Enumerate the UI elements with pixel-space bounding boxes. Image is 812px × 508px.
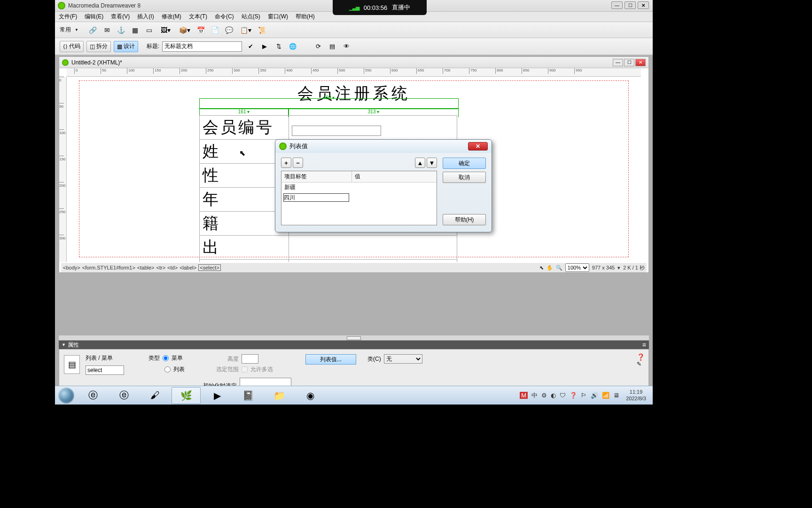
comment-icon[interactable]: 💬 xyxy=(223,24,235,36)
image-icon[interactable]: 🖼▾ xyxy=(157,24,174,36)
refresh-icon[interactable]: ⟳ xyxy=(312,41,324,52)
document-tab-bar: Untitled-2 (XHTML)* — ☐ ✕ xyxy=(59,57,648,68)
taskbar-explorer-icon[interactable]: 📁 xyxy=(265,387,294,404)
element-name-input[interactable] xyxy=(86,365,124,375)
tag-table[interactable]: <table> xyxy=(137,265,155,270)
ok-button[interactable]: 确定 xyxy=(443,158,486,169)
validate-icon[interactable]: ✔ xyxy=(245,41,256,52)
cancel-button[interactable]: 取消 xyxy=(443,172,486,183)
menu-insert[interactable]: 插入(I) xyxy=(137,13,154,21)
taskbar-browser-icon[interactable]: ⓔ xyxy=(109,387,139,404)
chevron-down-icon[interactable]: ▼ xyxy=(75,28,78,32)
taskbar-dreamweaver-icon[interactable]: 🌿 xyxy=(172,387,201,404)
hyperlink-icon[interactable]: 🔗 xyxy=(87,24,99,36)
doc-maximize-button[interactable]: ☐ xyxy=(624,59,634,66)
view-design-button[interactable]: ▦设计 xyxy=(114,41,138,52)
taskbar-clock[interactable]: 11:192022/8/3 xyxy=(623,389,649,401)
taskbar-ie-icon[interactable]: ⓔ xyxy=(78,387,108,404)
head-icon[interactable]: 📋▾ xyxy=(237,24,254,36)
tag-td[interactable]: <td> xyxy=(167,265,178,270)
properties-header[interactable]: ▼ 属性 ≡ xyxy=(59,341,649,349)
media-icon[interactable]: 📦▾ xyxy=(176,24,193,36)
email-icon[interactable]: ✉ xyxy=(101,24,113,36)
doc-minimize-button[interactable]: — xyxy=(613,59,623,66)
panel-resize-handle[interactable] xyxy=(59,335,649,341)
title-label: 标题: xyxy=(147,42,159,50)
menu-view[interactable]: 查看(V) xyxy=(111,13,130,21)
help-button[interactable]: 帮助(H) xyxy=(443,214,486,225)
list-values-table[interactable]: 项目标签 值 新疆 xyxy=(281,171,437,225)
panel-menu-icon[interactable]: ≡ xyxy=(642,341,646,349)
tray-icon[interactable]: ⚙ xyxy=(541,392,547,399)
move-up-button[interactable]: ▲ xyxy=(415,158,425,168)
ime-indicator[interactable]: M xyxy=(520,392,528,399)
script-icon[interactable]: 📜 xyxy=(256,24,268,36)
zoom-select[interactable]: 100% xyxy=(565,263,589,272)
start-button[interactable] xyxy=(55,386,78,405)
menu-commands[interactable]: 命令(C) xyxy=(215,13,234,21)
dialog-close-button[interactable]: ✕ xyxy=(468,142,488,151)
list-values-button[interactable]: 列表值... xyxy=(305,354,356,365)
tray-network-icon[interactable]: 📶 xyxy=(602,392,609,399)
help-icon[interactable]: ❓ xyxy=(637,353,645,361)
zoom-tool-icon[interactable]: 🔍 xyxy=(556,265,562,271)
tag-form[interactable]: <form.STYLE1#form1> xyxy=(82,265,135,270)
doc-close-button[interactable]: ✕ xyxy=(635,59,646,66)
menu-file[interactable]: 文件(F) xyxy=(59,13,77,21)
tray-shield-icon[interactable]: 🛡 xyxy=(560,392,566,399)
tag-tr[interactable]: <tr> xyxy=(156,265,166,270)
div-icon[interactable]: ▭ xyxy=(143,24,156,36)
dialog-titlebar[interactable]: 列表值 ✕ xyxy=(275,140,492,153)
remove-item-button[interactable]: − xyxy=(293,158,303,168)
server-icon[interactable]: 📄 xyxy=(209,24,221,36)
class-select[interactable]: 无 xyxy=(384,354,422,364)
taskbar-paint-icon[interactable]: 🖌 xyxy=(141,387,170,404)
pointer-tool-icon[interactable]: ⬉ xyxy=(539,265,544,271)
menu-modify[interactable]: 修改(M) xyxy=(162,13,181,21)
type-list-radio[interactable] xyxy=(164,366,171,373)
view-code-button[interactable]: ⟨⟩代码 xyxy=(60,41,84,52)
menu-edit[interactable]: 编辑(E) xyxy=(85,13,103,21)
tag-body[interactable]: <body> xyxy=(63,265,80,270)
document-tab[interactable]: Untitled-2 (XHTML)* xyxy=(71,59,122,66)
anchor-icon[interactable]: ⚓ xyxy=(115,24,127,36)
window-size[interactable]: 977 x 345 xyxy=(592,265,615,270)
type-menu-radio[interactable] xyxy=(163,355,169,361)
browser-icon[interactable]: 🌐 xyxy=(287,41,298,52)
collapse-icon[interactable]: ▼ xyxy=(62,342,66,347)
hand-tool-icon[interactable]: ✋ xyxy=(547,265,553,271)
add-item-button[interactable]: + xyxy=(281,158,291,168)
menu-text[interactable]: 文本(T) xyxy=(189,13,207,21)
ime-lang[interactable]: 中 xyxy=(531,391,538,400)
tray-volume-icon[interactable]: 🔊 xyxy=(591,392,598,399)
taskbar-recorder-icon[interactable]: ◉ xyxy=(296,387,325,404)
item-label-input[interactable] xyxy=(283,193,349,202)
maximize-button[interactable]: ☐ xyxy=(625,1,636,9)
file-mgmt-icon[interactable]: ⇅ xyxy=(273,41,284,52)
taskbar-notes-icon[interactable]: 📓 xyxy=(234,387,263,404)
tray-flag-icon[interactable]: 🏳 xyxy=(581,392,587,399)
preview-icon[interactable]: ▶ xyxy=(259,41,270,52)
member-id-input[interactable] xyxy=(292,126,381,136)
tray-help-icon[interactable]: ❓ xyxy=(570,392,577,399)
quick-tag-icon[interactable]: ✎ xyxy=(637,361,645,367)
visual-aids-icon[interactable]: 👁 xyxy=(341,41,352,52)
date-icon[interactable]: 📅 xyxy=(195,24,207,36)
page-title-input[interactable] xyxy=(162,41,242,52)
tag-select[interactable]: <select> xyxy=(198,264,221,271)
close-button[interactable]: ✕ xyxy=(638,1,649,9)
download-stats: 2 K / 1 秒 xyxy=(623,264,645,271)
insert-group-label[interactable]: 常用 xyxy=(60,26,71,34)
tag-label[interactable]: <label> xyxy=(180,265,196,270)
menu-help[interactable]: 帮助(H) xyxy=(296,13,315,21)
tray-icon[interactable]: ◐ xyxy=(551,392,556,399)
view-split-button[interactable]: ◫拆分 xyxy=(86,41,111,52)
table-icon[interactable]: ▦ xyxy=(129,24,141,36)
minimize-button[interactable]: — xyxy=(611,1,623,9)
view-options-icon[interactable]: ▤ xyxy=(327,41,338,52)
tray-battery-icon[interactable]: 🖥 xyxy=(613,392,619,399)
taskbar-player-icon[interactable]: ▶ xyxy=(203,387,232,404)
menu-window[interactable]: 窗口(W) xyxy=(268,13,288,21)
menu-site[interactable]: 站点(S) xyxy=(242,13,260,21)
move-down-button[interactable]: ▼ xyxy=(427,158,437,168)
